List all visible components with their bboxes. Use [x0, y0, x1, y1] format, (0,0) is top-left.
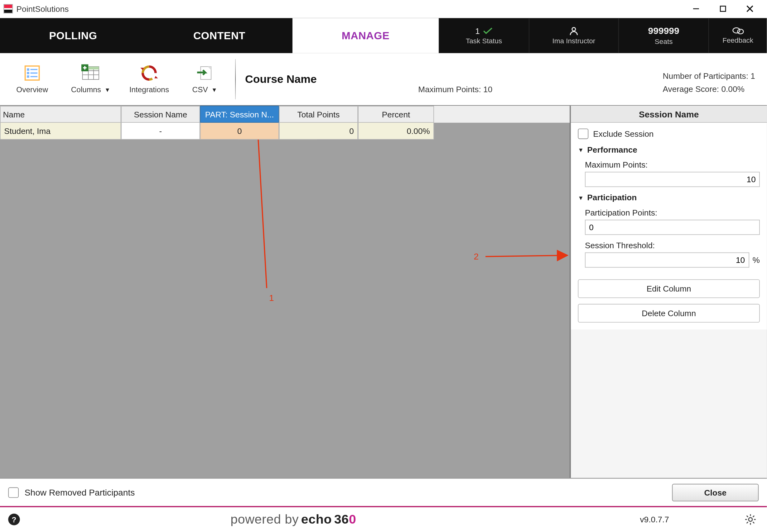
show-removed-label: Show Removed Participants	[25, 487, 135, 497]
cell-percent: 0.00%	[358, 123, 434, 140]
integrations-label: Integrations	[129, 85, 169, 94]
course-title: Course Name	[237, 53, 395, 105]
num-participants-info: Number of Participants: 1	[663, 71, 755, 80]
performance-section-header[interactable]: ▼ Performance	[578, 145, 760, 154]
svg-line-30	[747, 516, 748, 517]
max-points-field-label: Maximum Points:	[585, 160, 760, 169]
gear-icon	[745, 514, 756, 525]
svg-line-31	[753, 522, 754, 523]
column-header-total-points[interactable]: Total Points	[279, 106, 358, 123]
minimize-button[interactable]	[683, 0, 709, 18]
svg-rect-1	[720, 6, 726, 12]
svg-rect-8	[27, 68, 29, 71]
check-icon	[483, 27, 493, 35]
task-status-item[interactable]: 1 Task Status	[439, 18, 528, 53]
columns-button[interactable]: Columns▼	[59, 59, 123, 100]
toolbar-divider	[235, 59, 236, 99]
feedback-label: Feedback	[722, 36, 753, 44]
session-threshold-label: Session Threshold:	[585, 241, 760, 250]
powered-by: powered by echo360	[20, 512, 567, 527]
show-removed-checkbox[interactable]	[8, 487, 19, 498]
svg-line-24	[485, 255, 566, 257]
grid-header-row: Name Session Name PART: Session N... Tot…	[0, 106, 569, 123]
annotation-label-1: 1	[269, 293, 274, 303]
brand-echo: echo	[301, 512, 332, 527]
exclude-session-checkbox[interactable]	[578, 129, 589, 139]
tab-polling[interactable]: POLLING	[0, 18, 146, 53]
tab-manage[interactable]: MANAGE	[293, 18, 439, 53]
svg-point-4	[572, 27, 576, 31]
svg-point-6	[737, 29, 743, 34]
brand-36: 36	[334, 512, 349, 527]
toolbar-info: Maximum Points: 10 Number of Participant…	[395, 53, 767, 105]
close-button[interactable]: Close	[672, 483, 759, 501]
csv-label: CSV	[193, 85, 208, 94]
close-window-button[interactable]	[736, 0, 763, 18]
column-header-name[interactable]: Name	[0, 106, 121, 123]
overview-icon	[23, 64, 41, 81]
max-points-input[interactable]	[585, 172, 760, 187]
csv-button[interactable]: CSV▼	[175, 59, 234, 100]
participation-points-input[interactable]	[585, 220, 760, 235]
seats-status-item[interactable]: 999999 Seats	[619, 18, 708, 53]
brand-0: 0	[349, 512, 356, 527]
integrations-icon	[139, 64, 159, 81]
chevron-down-icon: ▼	[104, 87, 110, 93]
column-header-part-session[interactable]: PART: Session N...	[200, 106, 279, 123]
app-title: PointSolutions	[17, 4, 69, 13]
session-threshold-input[interactable]	[585, 252, 749, 268]
feedback-icon	[732, 27, 744, 35]
seats-label: Seats	[655, 37, 673, 45]
app-icon	[3, 4, 13, 13]
toolbar-left: Overview Columns▼	[0, 53, 234, 105]
maximize-icon	[719, 5, 727, 12]
participation-label: Participation	[587, 193, 637, 202]
bottom-bar: Show Removed Participants Close	[0, 478, 767, 506]
grid-empty-area: 1 2	[0, 140, 569, 478]
svg-point-25	[749, 518, 752, 521]
exclude-session-label: Exclude Session	[593, 129, 654, 139]
help-button[interactable]: ?	[8, 514, 20, 525]
annotation-label-2: 2	[474, 252, 479, 261]
participation-section-header[interactable]: ▼ Participation	[578, 193, 760, 202]
top-nav: POLLING CONTENT MANAGE 1 Task Status Ima…	[0, 18, 767, 53]
close-icon	[746, 5, 754, 13]
cell-part: 0	[200, 123, 279, 140]
column-header-percent[interactable]: Percent	[358, 106, 434, 123]
cell-name: Student, Ima	[0, 123, 121, 140]
user-name: Ima Instructor	[552, 37, 596, 45]
integrations-button[interactable]: Integrations	[123, 59, 175, 100]
main-area: Name Session Name PART: Session N... Tot…	[0, 106, 767, 478]
footer: ? powered by echo360 v9.0.7.7	[0, 506, 767, 532]
avg-score-info: Average Score: 0.00%	[663, 84, 745, 93]
right-panel-body: Exclude Session ▼ Performance Maximum Po…	[571, 123, 767, 330]
delete-column-button[interactable]: Delete Column	[578, 304, 760, 323]
svg-rect-10	[27, 72, 29, 74]
tab-content[interactable]: CONTENT	[146, 18, 293, 53]
edit-column-button[interactable]: Edit Column	[578, 279, 760, 298]
svg-point-5	[733, 28, 740, 33]
minimize-icon	[693, 5, 700, 12]
participation-points-label: Participation Points:	[585, 208, 760, 217]
task-count: 1	[475, 26, 480, 36]
percent-suffix: %	[753, 255, 760, 265]
table-row[interactable]: Student, Ima - 0 0 0.00%	[0, 123, 569, 140]
right-panel: Session Name Exclude Session ▼ Performan…	[570, 106, 767, 478]
column-header-session[interactable]: Session Name	[121, 106, 200, 123]
chevron-down-icon: ▼	[578, 146, 584, 153]
toolbar-row: Overview Columns▼	[0, 53, 767, 106]
maximize-button[interactable]	[710, 0, 736, 18]
overview-label: Overview	[16, 85, 48, 94]
exclude-session-row[interactable]: Exclude Session	[578, 129, 760, 139]
settings-button[interactable]	[742, 514, 759, 525]
max-points-info: Maximum Points: 10	[418, 84, 492, 94]
svg-rect-12	[27, 75, 29, 78]
powered-prefix: powered by	[231, 512, 299, 527]
status-area: 1 Task Status Ima Instructor 999999 Seat…	[439, 18, 767, 53]
columns-label: Columns	[71, 85, 101, 94]
feedback-status-item[interactable]: Feedback	[708, 18, 767, 53]
user-status-item[interactable]: Ima Instructor	[528, 18, 618, 53]
columns-icon	[81, 64, 100, 81]
overview-button[interactable]: Overview	[6, 59, 59, 100]
right-panel-title: Session Name	[571, 106, 767, 123]
